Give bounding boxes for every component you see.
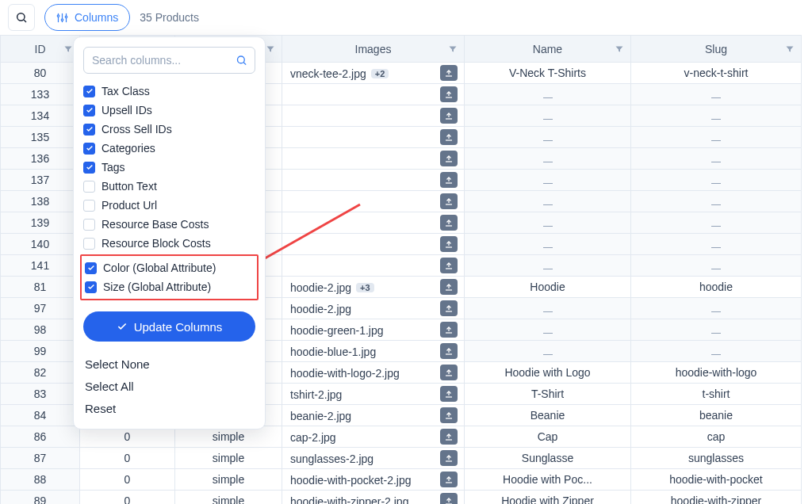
cell-image[interactable]: [282, 127, 465, 148]
upload-button[interactable]: [440, 407, 458, 423]
cell-id[interactable]: 99: [1, 341, 80, 362]
cell-slug[interactable]: [631, 191, 802, 212]
table-row[interactable]: 880simplehoodie-with-pocket-2.jpgHoodie …: [1, 469, 802, 491]
cell-type[interactable]: simple: [175, 491, 282, 505]
cell-id[interactable]: 89: [1, 491, 80, 505]
cell-image[interactable]: hoodie-green-1.jpg: [282, 319, 465, 341]
checkbox[interactable]: [85, 262, 97, 274]
cell-image[interactable]: hoodie-with-pocket-2.jpg: [282, 469, 465, 491]
column-option[interactable]: Product Url: [83, 196, 255, 215]
upload-button[interactable]: [440, 322, 458, 338]
upload-button[interactable]: [440, 450, 458, 466]
column-option[interactable]: Cross Sell IDs: [83, 120, 255, 139]
upload-button[interactable]: [440, 172, 458, 188]
upload-button[interactable]: [440, 300, 458, 316]
column-option[interactable]: Resource Block Costs: [83, 234, 255, 253]
checkbox[interactable]: [83, 162, 95, 174]
cell-image[interactable]: tshirt-2.jpg: [282, 384, 465, 405]
cell-name[interactable]: Sunglasse: [465, 448, 631, 469]
cell-name[interactable]: Cap: [465, 426, 631, 448]
cell-slug[interactable]: hoodie-with-zipper: [631, 491, 802, 505]
cell-slug[interactable]: cap: [631, 426, 802, 448]
cell-slug[interactable]: hoodie: [631, 277, 802, 298]
cell-order[interactable]: 0: [80, 491, 175, 505]
cell-id[interactable]: 81: [1, 277, 80, 298]
cell-name[interactable]: [465, 234, 631, 255]
cell-name[interactable]: [465, 191, 631, 212]
cell-name[interactable]: [465, 105, 631, 127]
checkbox[interactable]: [83, 86, 95, 97]
cell-name[interactable]: [465, 148, 631, 170]
cell-slug[interactable]: [631, 234, 802, 255]
column-option[interactable]: Tags: [83, 158, 255, 177]
reset-action[interactable]: Reset: [85, 397, 254, 419]
upload-button[interactable]: [440, 129, 458, 145]
column-option[interactable]: Button Text: [83, 177, 255, 196]
cell-name[interactable]: Hoodie with Zipper: [465, 491, 631, 505]
upload-button[interactable]: [440, 472, 458, 487]
upload-button[interactable]: [440, 493, 458, 504]
cell-name[interactable]: [465, 319, 631, 341]
checkbox[interactable]: [83, 219, 95, 231]
search-button[interactable]: [8, 4, 35, 31]
cell-id[interactable]: 137: [1, 170, 80, 191]
cell-slug[interactable]: v-neck-t-shirt: [631, 63, 802, 84]
cell-id[interactable]: 88: [1, 469, 80, 491]
upload-button[interactable]: [440, 343, 458, 359]
cell-slug[interactable]: [631, 84, 802, 105]
cell-slug[interactable]: hoodie-with-logo: [631, 362, 802, 384]
checkbox[interactable]: [83, 200, 95, 212]
cell-id[interactable]: 141: [1, 255, 80, 277]
cell-image[interactable]: hoodie-blue-1.jpg: [282, 341, 465, 362]
filter-icon[interactable]: [63, 44, 73, 54]
cell-id[interactable]: 140: [1, 234, 80, 255]
cell-slug[interactable]: [631, 127, 802, 148]
cell-id[interactable]: 86: [1, 426, 80, 448]
cell-slug[interactable]: [631, 319, 802, 341]
col-header-images[interactable]: Images: [282, 36, 465, 63]
cell-image[interactable]: hoodie-with-logo-2.jpg: [282, 362, 465, 384]
filter-icon[interactable]: [785, 44, 795, 54]
cell-id[interactable]: 84: [1, 405, 80, 426]
upload-button[interactable]: [440, 386, 458, 402]
table-row[interactable]: 870simplesunglasses-2.jpgSunglassesungla…: [1, 448, 802, 469]
cell-name[interactable]: [465, 170, 631, 191]
cell-name[interactable]: Hoodie: [465, 277, 631, 298]
cell-slug[interactable]: [631, 148, 802, 170]
cell-id[interactable]: 80: [1, 63, 80, 84]
cell-image[interactable]: vneck-tee-2.jpg+2: [282, 63, 465, 84]
cell-name[interactable]: T-Shirt: [465, 384, 631, 405]
select-all-action[interactable]: Select All: [85, 375, 254, 397]
cell-name[interactable]: Hoodie with Logo: [465, 362, 631, 384]
cell-slug[interactable]: [631, 105, 802, 127]
filter-icon[interactable]: [448, 44, 458, 54]
upload-button[interactable]: [440, 151, 458, 166]
upload-button[interactable]: [440, 86, 458, 102]
cell-name[interactable]: V-Neck T-Shirts: [465, 63, 631, 84]
cell-image[interactable]: [282, 170, 465, 191]
upload-button[interactable]: [440, 236, 458, 252]
cell-name[interactable]: Beanie: [465, 405, 631, 426]
cell-slug[interactable]: [631, 341, 802, 362]
cell-id[interactable]: 133: [1, 84, 80, 105]
cell-slug[interactable]: t-shirt: [631, 384, 802, 405]
filter-icon[interactable]: [615, 44, 624, 54]
cell-slug[interactable]: [631, 255, 802, 277]
cell-id[interactable]: 97: [1, 298, 80, 319]
upload-button[interactable]: [440, 365, 458, 380]
upload-button[interactable]: [440, 193, 458, 209]
cell-id[interactable]: 139: [1, 212, 80, 234]
update-columns-button[interactable]: Update Columns: [83, 311, 255, 342]
cell-slug[interactable]: [631, 212, 802, 234]
upload-button[interactable]: [440, 258, 458, 273]
cell-id[interactable]: 136: [1, 148, 80, 170]
cell-slug[interactable]: [631, 170, 802, 191]
cell-type[interactable]: simple: [175, 448, 282, 469]
columns-search-input[interactable]: [83, 47, 255, 74]
cell-image[interactable]: [282, 234, 465, 255]
column-option[interactable]: Categories: [83, 139, 255, 158]
columns-button[interactable]: Columns: [44, 4, 130, 31]
checkbox[interactable]: [83, 238, 95, 250]
cell-image[interactable]: [282, 212, 465, 234]
col-header-slug[interactable]: Slug: [631, 36, 802, 63]
